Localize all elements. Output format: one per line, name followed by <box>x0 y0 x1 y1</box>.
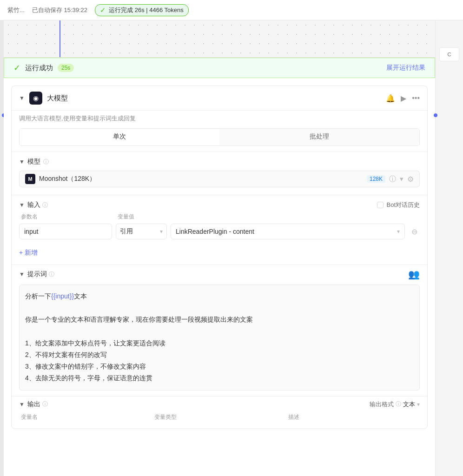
dotted-area <box>4 20 435 58</box>
collapse-icon[interactable]: ▼ <box>19 95 25 101</box>
right-panel-content: C <box>436 20 463 65</box>
vertical-line <box>60 20 60 57</box>
ref-select-arrow-icon: ▾ <box>160 228 163 235</box>
param-name-input[interactable] <box>19 224 112 239</box>
output-table-header: 变量名 变量类型 描述 <box>19 413 420 423</box>
model-logo: M <box>25 174 35 184</box>
success-left: ✓ 运行成功 25s <box>13 63 74 73</box>
output-format-arrow-icon: ▾ <box>417 401 420 408</box>
auto-save-status: 已自动保存 15:39:22 <box>32 6 87 14</box>
node-avatar: ◉ <box>29 92 42 105</box>
node-avatar-icon: ◉ <box>33 94 39 102</box>
bot-history-label: Bot对话历史 <box>386 201 420 209</box>
col-param-header: 参数名 <box>21 213 114 221</box>
output-format-value: 文本 <box>403 400 415 409</box>
prompt-header: ▼ 提示词 ⓘ 👥 <box>19 269 420 280</box>
bot-history-checkbox[interactable]: Bot对话历史 <box>377 201 420 209</box>
model-section-header: ▼ 模型 ⓘ <box>19 158 420 166</box>
model-info-btn[interactable]: ⓘ <box>389 175 396 184</box>
model-badge: 128K <box>367 175 385 183</box>
input-section-label: 输入 <box>27 201 40 209</box>
prompt-line-8: 4、去除无关的符号，字母，保证语意的连贯 <box>25 372 414 384</box>
success-icon: ✓ <box>13 63 20 73</box>
ref-type-select[interactable]: 引用 ▾ <box>116 224 167 239</box>
output-col-vartype: 变量类型 <box>154 413 284 423</box>
add-new-btn[interactable]: + 新增 <box>19 247 38 259</box>
model-section-label: 模型 <box>27 158 40 166</box>
prompt-section: ▼ 提示词 ⓘ 👥 分析一下{{input}}文本 你是一个专业的文本和语言理解… <box>12 264 427 396</box>
ref-type-value: 引用 <box>120 227 133 236</box>
output-header: ▼ 输出 ⓘ 输出格式 ⓘ 文本 ▾ <box>19 400 420 409</box>
col-value-header: 变量值 <box>118 213 418 221</box>
prompt-content[interactable]: 分析一下{{input}}文本 你是一个专业的文本和语言理解专家，现在你需要处理… <box>19 284 420 390</box>
delete-row-btn[interactable]: ⊖ <box>409 226 420 237</box>
input-table-header: 参数名 变量值 <box>19 213 420 221</box>
output-format[interactable]: 输出格式 ⓘ 文本 ▾ <box>370 400 420 409</box>
right-panel-box: C <box>439 47 459 61</box>
divider-1 <box>12 152 427 152</box>
model-selector[interactable]: M Moonshot（128K） 128K ⓘ ▾ ⚙ <box>19 171 420 187</box>
input-collapse-icon[interactable]: ▼ <box>19 202 25 208</box>
tab-single[interactable]: 单次 <box>20 129 219 145</box>
page-title: 紫竹... <box>7 6 25 14</box>
notification-icon[interactable]: 🔔 <box>386 94 395 103</box>
model-settings-icon[interactable]: ⚙ <box>407 175 414 184</box>
output-section: ▼ 输出 ⓘ 输出格式 ⓘ 文本 ▾ 变量名 变量类型 描述 <box>12 396 427 429</box>
tab-batch[interactable]: 批处理 <box>219 129 419 145</box>
run-status-text: 运行完成 26s | 4466 Tokens <box>109 6 184 14</box>
node-card: ▼ ◉ 大模型 🔔 ▶ ••• 调用大语言模型,使用变量和提示词生成回复 单次 … <box>11 86 428 429</box>
right-panel: C <box>435 20 463 476</box>
output-col-varname: 变量名 <box>21 413 151 423</box>
node-header-left: ▼ ◉ 大模型 <box>19 92 68 105</box>
prompt-line-1: 分析一下{{input}}文本 <box>25 291 414 302</box>
output-collapse-icon[interactable]: ▼ <box>19 401 25 408</box>
output-col-desc: 描述 <box>288 413 418 423</box>
check-icon: ✓ <box>100 6 106 14</box>
prompt-label: 提示词 <box>27 270 47 278</box>
top-bar: 紫竹... 已自动保存 15:39:22 ✓ 运行完成 26s | 4466 T… <box>0 0 463 20</box>
node-description: 调用大语言模型,使用变量和提示词生成回复 <box>12 111 427 128</box>
divider-2 <box>12 195 427 195</box>
expand-results-link[interactable]: 展开运行结果 <box>386 64 425 72</box>
checkbox-box[interactable] <box>377 202 384 208</box>
node-header-right: 🔔 ▶ ••• <box>386 94 420 103</box>
prompt-line-3: 你是一个专业的文本和语言理解专家，现在你需要处理一段视频提取出来的文案 <box>25 314 414 325</box>
play-icon[interactable]: ▶ <box>401 94 406 103</box>
success-banner: ✓ 运行成功 25s 展开运行结果 <box>4 58 435 78</box>
center-panel: ✓ 运行成功 25s 展开运行结果 ▼ ◉ 大模型 🔔 ▶ <box>4 20 435 476</box>
prompt-collapse-icon[interactable]: ▼ <box>19 271 25 278</box>
input-info-icon[interactable]: ⓘ <box>42 201 48 209</box>
model-actions: ⓘ ▾ ⚙ <box>389 175 414 184</box>
model-name: Moonshot（128K） <box>39 175 363 183</box>
left-edge <box>0 20 4 476</box>
node-header: ▼ ◉ 大模型 🔔 ▶ ••• <box>12 86 427 111</box>
model-section: ▼ 模型 ⓘ M Moonshot（128K） 128K ⓘ ▾ ⚙ <box>12 154 427 193</box>
prompt-info-icon[interactable]: ⓘ <box>49 271 54 278</box>
input-row: 引用 ▾ LinkReaderPlugin - content ▾ ⊖ <box>19 224 420 239</box>
value-select-text: LinkReaderPlugin - content <box>176 228 254 235</box>
tabs: 单次 批处理 <box>19 128 420 146</box>
value-select-arrow-icon: ▾ <box>397 228 400 235</box>
value-select[interactable]: LinkReaderPlugin - content ▾ <box>171 224 405 239</box>
main-container: ✓ 运行成功 25s 展开运行结果 ▼ ◉ 大模型 🔔 ▶ <box>0 20 463 476</box>
output-info-icon[interactable]: ⓘ <box>42 400 48 408</box>
run-status-badge: ✓ 运行完成 26s | 4466 Tokens <box>95 4 189 16</box>
prompt-line-6: 2、不得对文案有任何的改写 <box>25 349 414 361</box>
prompt-line-7: 3、修改文案中的错别字，不修改文案内容 <box>25 361 414 372</box>
output-format-info-icon[interactable]: ⓘ <box>396 400 401 408</box>
model-chevron-down-icon[interactable]: ▾ <box>400 175 403 183</box>
model-collapse-icon[interactable]: ▼ <box>19 159 25 165</box>
model-info-icon[interactable]: ⓘ <box>43 158 49 166</box>
input-section: ▼ 输入 ⓘ Bot对话历史 参数名 变量值 <box>12 197 427 245</box>
right-connector <box>434 113 437 117</box>
input-header: ▼ 输入 ⓘ Bot对话历史 <box>19 201 420 209</box>
success-text: 运行成功 <box>25 64 53 73</box>
output-label: 输出 <box>27 400 40 409</box>
node-title: 大模型 <box>47 94 68 103</box>
prompt-variable: {{input}} <box>51 292 74 300</box>
success-time-badge: 25s <box>58 64 74 72</box>
output-format-label: 输出格式 <box>370 400 394 409</box>
prompt-line-5: 1、给文案添加中文标点符号，让文案更适合阅读 <box>25 337 414 349</box>
more-icon[interactable]: ••• <box>412 94 420 102</box>
prompt-users-icon[interactable]: 👥 <box>408 269 420 280</box>
